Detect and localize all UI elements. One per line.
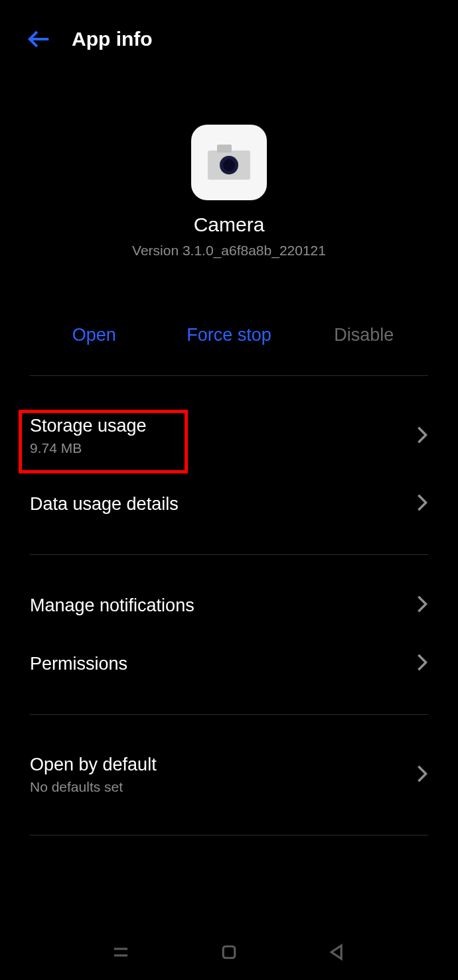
item-title: Data usage details — [30, 494, 179, 515]
app-icon — [191, 125, 267, 200]
chevron-right-icon — [416, 493, 428, 515]
open-button[interactable]: Open — [27, 325, 161, 345]
svg-rect-7 — [223, 946, 235, 958]
item-sub: 9.74 MB — [30, 440, 147, 456]
app-name: Camera — [194, 214, 265, 236]
camera-icon — [206, 143, 252, 182]
svg-marker-8 — [332, 946, 342, 959]
force-stop-button[interactable]: Force stop — [161, 325, 296, 345]
chevron-right-icon — [416, 653, 428, 674]
chevron-right-icon — [416, 426, 428, 447]
recents-button[interactable] — [111, 942, 131, 965]
open-by-default-item[interactable]: Open by default No defaults set — [0, 736, 458, 814]
item-text: Storage usage 9.74 MB — [30, 416, 147, 456]
menu-icon — [111, 942, 131, 962]
action-row: Open Force stop Disable — [0, 325, 458, 345]
divider — [30, 835, 428, 835]
square-icon — [219, 942, 239, 962]
item-title: Permissions — [30, 654, 127, 674]
app-info-section: Camera Version 3.1.0_a6f8a8b_220121 — [0, 125, 458, 259]
item-title: Open by default — [30, 755, 157, 775]
item-title: Manage notifications — [30, 595, 194, 616]
permissions-item[interactable]: Permissions — [0, 635, 458, 693]
svg-point-4 — [223, 159, 235, 171]
triangle-left-icon — [327, 942, 347, 962]
app-version: Version 3.1.0_a6f8a8b_220121 — [132, 243, 326, 259]
item-text: Permissions — [30, 654, 127, 674]
disable-button[interactable]: Disable — [297, 325, 431, 345]
header: App info — [0, 0, 458, 65]
item-text: Open by default No defaults set — [30, 755, 157, 795]
arrow-left-icon — [27, 27, 52, 52]
svg-rect-2 — [217, 145, 232, 153]
home-button[interactable] — [219, 942, 239, 965]
back-button[interactable] — [27, 27, 52, 52]
chevron-right-icon — [416, 595, 428, 616]
back-nav-button[interactable] — [327, 942, 347, 965]
page-title: App info — [72, 28, 153, 50]
item-title: Storage usage — [30, 416, 147, 436]
item-sub: No defaults set — [30, 779, 157, 795]
item-text: Data usage details — [30, 494, 179, 515]
settings-list: Storage usage 9.74 MB Data usage details… — [0, 376, 458, 835]
system-nav-bar — [0, 927, 458, 980]
manage-notifications-item[interactable]: Manage notifications — [0, 576, 458, 635]
item-text: Manage notifications — [30, 595, 194, 616]
data-usage-item[interactable]: Data usage details — [0, 475, 458, 533]
chevron-right-icon — [416, 765, 428, 786]
storage-usage-item[interactable]: Storage usage 9.74 MB — [0, 397, 458, 475]
